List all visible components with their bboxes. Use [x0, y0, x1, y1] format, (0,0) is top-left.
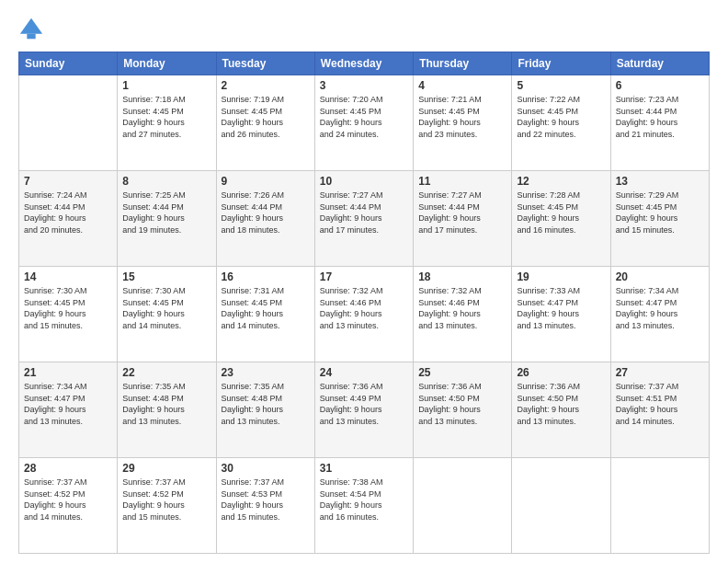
day-detail: Sunrise: 7:24 AM Sunset: 4:44 PM Dayligh…: [24, 190, 112, 236]
day-cell: 14Sunrise: 7:30 AM Sunset: 4:45 PM Dayli…: [19, 267, 118, 362]
day-cell: 13Sunrise: 7:29 AM Sunset: 4:45 PM Dayli…: [610, 171, 709, 267]
day-number: 31: [320, 462, 408, 475]
day-detail: Sunrise: 7:19 AM Sunset: 4:45 PM Dayligh…: [222, 94, 310, 140]
day-cell: 11Sunrise: 7:27 AM Sunset: 4:44 PM Dayli…: [414, 171, 512, 267]
day-cell: 16Sunrise: 7:31 AM Sunset: 4:45 PM Dayli…: [216, 267, 314, 362]
day-number: 27: [616, 366, 704, 379]
day-number: 14: [24, 270, 112, 283]
day-number: 8: [122, 175, 210, 188]
day-cell: 29Sunrise: 7:37 AM Sunset: 4:52 PM Dayli…: [118, 458, 216, 554]
day-cell: 8Sunrise: 7:25 AM Sunset: 4:44 PM Daylig…: [118, 171, 216, 267]
day-cell: 22Sunrise: 7:35 AM Sunset: 4:48 PM Dayli…: [118, 362, 216, 458]
day-cell: 31Sunrise: 7:38 AM Sunset: 4:54 PM Dayli…: [314, 458, 413, 554]
day-number: 26: [517, 366, 605, 379]
day-detail: Sunrise: 7:26 AM Sunset: 4:44 PM Dayligh…: [222, 190, 310, 236]
header-sunday: Sunday: [19, 52, 118, 75]
day-detail: Sunrise: 7:37 AM Sunset: 4:52 PM Dayligh…: [24, 477, 112, 523]
day-detail: Sunrise: 7:20 AM Sunset: 4:45 PM Dayligh…: [320, 94, 408, 140]
header-monday: Monday: [118, 52, 216, 75]
day-number: 5: [517, 79, 605, 92]
day-detail: Sunrise: 7:37 AM Sunset: 4:51 PM Dayligh…: [616, 381, 704, 427]
day-cell: 2Sunrise: 7:19 AM Sunset: 4:45 PM Daylig…: [216, 75, 314, 171]
day-cell: 12Sunrise: 7:28 AM Sunset: 4:45 PM Dayli…: [512, 171, 610, 267]
day-number: 17: [320, 270, 408, 283]
day-detail: Sunrise: 7:36 AM Sunset: 4:50 PM Dayligh…: [517, 381, 605, 427]
page: SundayMondayTuesdayWednesdayThursdayFrid…: [0, 0, 728, 563]
day-detail: Sunrise: 7:36 AM Sunset: 4:50 PM Dayligh…: [418, 381, 506, 427]
day-number: 11: [418, 175, 506, 188]
day-detail: Sunrise: 7:38 AM Sunset: 4:54 PM Dayligh…: [320, 477, 408, 523]
day-detail: Sunrise: 7:29 AM Sunset: 4:45 PM Dayligh…: [616, 190, 704, 236]
day-cell: 18Sunrise: 7:32 AM Sunset: 4:46 PM Dayli…: [414, 267, 512, 362]
day-detail: Sunrise: 7:27 AM Sunset: 4:44 PM Dayligh…: [418, 190, 506, 236]
day-number: 24: [320, 366, 408, 379]
day-number: 12: [517, 175, 605, 188]
calendar-table: SundayMondayTuesdayWednesdayThursdayFrid…: [18, 52, 710, 554]
day-detail: Sunrise: 7:32 AM Sunset: 4:46 PM Dayligh…: [320, 285, 408, 331]
day-detail: Sunrise: 7:22 AM Sunset: 4:45 PM Dayligh…: [517, 94, 605, 140]
day-number: 21: [24, 366, 112, 379]
day-cell: 17Sunrise: 7:32 AM Sunset: 4:46 PM Dayli…: [314, 267, 413, 362]
day-number: 4: [418, 79, 506, 92]
day-detail: Sunrise: 7:32 AM Sunset: 4:46 PM Dayligh…: [418, 285, 506, 331]
day-number: 28: [24, 462, 112, 475]
day-detail: Sunrise: 7:28 AM Sunset: 4:45 PM Dayligh…: [517, 190, 605, 236]
week-row-4: 21Sunrise: 7:34 AM Sunset: 4:47 PM Dayli…: [19, 362, 710, 458]
day-cell: [19, 75, 118, 171]
day-number: 9: [222, 175, 310, 188]
day-number: 1: [122, 79, 210, 92]
day-number: 16: [222, 270, 310, 283]
day-cell: 10Sunrise: 7:27 AM Sunset: 4:44 PM Dayli…: [314, 171, 413, 267]
day-cell: 25Sunrise: 7:36 AM Sunset: 4:50 PM Dayli…: [414, 362, 512, 458]
svg-rect-1: [27, 34, 35, 40]
week-row-5: 28Sunrise: 7:37 AM Sunset: 4:52 PM Dayli…: [19, 458, 710, 554]
week-row-3: 14Sunrise: 7:30 AM Sunset: 4:45 PM Dayli…: [19, 267, 710, 362]
day-cell: 3Sunrise: 7:20 AM Sunset: 4:45 PM Daylig…: [314, 75, 413, 171]
day-cell: 23Sunrise: 7:35 AM Sunset: 4:48 PM Dayli…: [216, 362, 314, 458]
day-cell: 26Sunrise: 7:36 AM Sunset: 4:50 PM Dayli…: [512, 362, 610, 458]
day-number: 18: [418, 270, 506, 283]
day-detail: Sunrise: 7:18 AM Sunset: 4:45 PM Dayligh…: [122, 94, 210, 140]
week-row-1: 1Sunrise: 7:18 AM Sunset: 4:45 PM Daylig…: [19, 75, 710, 171]
header: [18, 17, 710, 42]
day-detail: Sunrise: 7:27 AM Sunset: 4:44 PM Dayligh…: [320, 190, 408, 236]
day-cell: [610, 458, 709, 554]
day-detail: Sunrise: 7:34 AM Sunset: 4:47 PM Dayligh…: [24, 381, 112, 427]
day-detail: Sunrise: 7:31 AM Sunset: 4:45 PM Dayligh…: [222, 285, 310, 331]
day-detail: Sunrise: 7:25 AM Sunset: 4:44 PM Dayligh…: [122, 190, 210, 236]
day-number: 13: [616, 175, 704, 188]
day-detail: Sunrise: 7:36 AM Sunset: 4:49 PM Dayligh…: [320, 381, 408, 427]
day-cell: 4Sunrise: 7:21 AM Sunset: 4:45 PM Daylig…: [414, 75, 512, 171]
day-detail: Sunrise: 7:23 AM Sunset: 4:44 PM Dayligh…: [616, 94, 704, 140]
day-cell: 20Sunrise: 7:34 AM Sunset: 4:47 PM Dayli…: [610, 267, 709, 362]
header-tuesday: Tuesday: [216, 52, 314, 75]
day-cell: [414, 458, 512, 554]
day-detail: Sunrise: 7:30 AM Sunset: 4:45 PM Dayligh…: [122, 285, 210, 331]
day-cell: 15Sunrise: 7:30 AM Sunset: 4:45 PM Dayli…: [118, 267, 216, 362]
day-number: 3: [320, 79, 408, 92]
day-cell: [512, 458, 610, 554]
header-thursday: Thursday: [414, 52, 512, 75]
logo-icon: [18, 17, 44, 42]
day-number: 2: [222, 79, 310, 92]
day-cell: 5Sunrise: 7:22 AM Sunset: 4:45 PM Daylig…: [512, 75, 610, 171]
day-detail: Sunrise: 7:35 AM Sunset: 4:48 PM Dayligh…: [222, 381, 310, 427]
svg-marker-0: [20, 18, 42, 34]
calendar-header-row: SundayMondayTuesdayWednesdayThursdayFrid…: [19, 52, 710, 75]
day-cell: 28Sunrise: 7:37 AM Sunset: 4:52 PM Dayli…: [19, 458, 118, 554]
day-detail: Sunrise: 7:21 AM Sunset: 4:45 PM Dayligh…: [418, 94, 506, 140]
day-cell: 7Sunrise: 7:24 AM Sunset: 4:44 PM Daylig…: [19, 171, 118, 267]
day-cell: 27Sunrise: 7:37 AM Sunset: 4:51 PM Dayli…: [610, 362, 709, 458]
day-number: 30: [222, 462, 310, 475]
day-detail: Sunrise: 7:34 AM Sunset: 4:47 PM Dayligh…: [616, 285, 704, 331]
day-detail: Sunrise: 7:35 AM Sunset: 4:48 PM Dayligh…: [122, 381, 210, 427]
day-detail: Sunrise: 7:37 AM Sunset: 4:53 PM Dayligh…: [222, 477, 310, 523]
header-wednesday: Wednesday: [314, 52, 413, 75]
day-number: 23: [222, 366, 310, 379]
day-number: 20: [616, 270, 704, 283]
day-number: 15: [122, 270, 210, 283]
day-number: 7: [24, 175, 112, 188]
day-detail: Sunrise: 7:37 AM Sunset: 4:52 PM Dayligh…: [122, 477, 210, 523]
day-detail: Sunrise: 7:30 AM Sunset: 4:45 PM Dayligh…: [24, 285, 112, 331]
header-saturday: Saturday: [610, 52, 709, 75]
